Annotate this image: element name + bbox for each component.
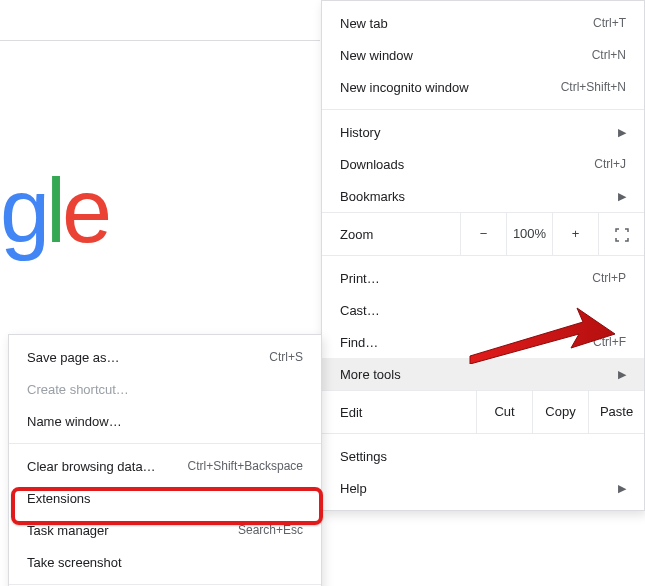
menu-label: Settings: [340, 449, 626, 464]
menu-label: Take screenshot: [27, 555, 303, 570]
chevron-right-icon: ▶: [618, 190, 626, 203]
chevron-right-icon: ▶: [618, 482, 626, 495]
more-tools-submenu: Save page as… Ctrl+S Create shortcut… Na…: [8, 334, 322, 586]
zoom-label: Zoom: [322, 227, 460, 242]
menu-item-new-tab[interactable]: New tab Ctrl+T: [322, 7, 644, 39]
menu-label: Downloads: [340, 157, 584, 172]
edit-label: Edit: [322, 405, 476, 420]
submenu-item-clear-browsing[interactable]: Clear browsing data… Ctrl+Shift+Backspac…: [9, 450, 321, 482]
page-divider: [0, 40, 320, 41]
edit-row: Edit Cut Copy Paste: [322, 390, 644, 434]
menu-label: Create shortcut…: [27, 382, 303, 397]
menu-item-find[interactable]: Find… Ctrl+F: [322, 326, 644, 358]
menu-item-cast[interactable]: Cast…: [322, 294, 644, 326]
menu-label: More tools: [340, 367, 608, 382]
menu-shortcut: Search+Esc: [238, 523, 303, 537]
menu-item-help[interactable]: Help ▶: [322, 472, 644, 504]
chrome-main-menu: New tab Ctrl+T New window Ctrl+N New inc…: [321, 0, 645, 511]
submenu-item-take-screenshot[interactable]: Take screenshot: [9, 546, 321, 578]
menu-label: Cast…: [340, 303, 626, 318]
chevron-right-icon: ▶: [618, 126, 626, 139]
menu-item-incognito[interactable]: New incognito window Ctrl+Shift+N: [322, 71, 644, 103]
menu-label: Help: [340, 481, 608, 496]
zoom-value: 100%: [506, 213, 552, 255]
submenu-item-task-manager[interactable]: Task manager Search+Esc: [9, 514, 321, 546]
menu-separator: [9, 443, 321, 444]
menu-label: Extensions: [27, 491, 303, 506]
fullscreen-button[interactable]: [598, 213, 644, 255]
zoom-row: Zoom − 100% +: [322, 212, 644, 256]
chevron-right-icon: ▶: [618, 368, 626, 381]
submenu-item-extensions[interactable]: Extensions: [9, 482, 321, 514]
menu-shortcut: Ctrl+Shift+N: [561, 80, 626, 94]
menu-label: New window: [340, 48, 582, 63]
menu-item-more-tools[interactable]: More tools ▶: [322, 358, 644, 390]
menu-item-print[interactable]: Print… Ctrl+P: [322, 262, 644, 294]
menu-item-bookmarks[interactable]: Bookmarks ▶: [322, 180, 644, 212]
fullscreen-icon: [615, 228, 629, 242]
submenu-item-create-shortcut: Create shortcut…: [9, 373, 321, 405]
cut-button[interactable]: Cut: [476, 391, 532, 433]
menu-item-history[interactable]: History ▶: [322, 116, 644, 148]
menu-label: Bookmarks: [340, 189, 608, 204]
menu-shortcut: Ctrl+J: [594, 157, 626, 171]
submenu-item-name-window[interactable]: Name window…: [9, 405, 321, 437]
menu-item-downloads[interactable]: Downloads Ctrl+J: [322, 148, 644, 180]
menu-label: Task manager: [27, 523, 228, 538]
zoom-in-button[interactable]: +: [552, 213, 598, 255]
menu-label: New tab: [340, 16, 583, 31]
copy-button[interactable]: Copy: [532, 391, 588, 433]
menu-label: Name window…: [27, 414, 303, 429]
menu-separator: [322, 109, 644, 110]
menu-label: Save page as…: [27, 350, 259, 365]
menu-item-new-window[interactable]: New window Ctrl+N: [322, 39, 644, 71]
logo-letter-e: e: [62, 161, 108, 261]
logo-letter-g: g: [0, 161, 46, 261]
menu-label: Find…: [340, 335, 583, 350]
menu-label: New incognito window: [340, 80, 551, 95]
menu-shortcut: Ctrl+F: [593, 335, 626, 349]
submenu-item-save-page[interactable]: Save page as… Ctrl+S: [9, 341, 321, 373]
menu-separator: [9, 584, 321, 585]
paste-button[interactable]: Paste: [588, 391, 644, 433]
zoom-out-button[interactable]: −: [460, 213, 506, 255]
menu-shortcut: Ctrl+Shift+Backspace: [188, 459, 303, 473]
menu-label: Clear browsing data…: [27, 459, 178, 474]
menu-label: Print…: [340, 271, 582, 286]
menu-shortcut: Ctrl+P: [592, 271, 626, 285]
google-logo-fragment: gle: [0, 160, 108, 263]
menu-shortcut: Ctrl+S: [269, 350, 303, 364]
menu-shortcut: Ctrl+T: [593, 16, 626, 30]
menu-label: History: [340, 125, 608, 140]
menu-shortcut: Ctrl+N: [592, 48, 626, 62]
logo-letter-l: l: [46, 161, 62, 261]
menu-item-settings[interactable]: Settings: [322, 440, 644, 472]
